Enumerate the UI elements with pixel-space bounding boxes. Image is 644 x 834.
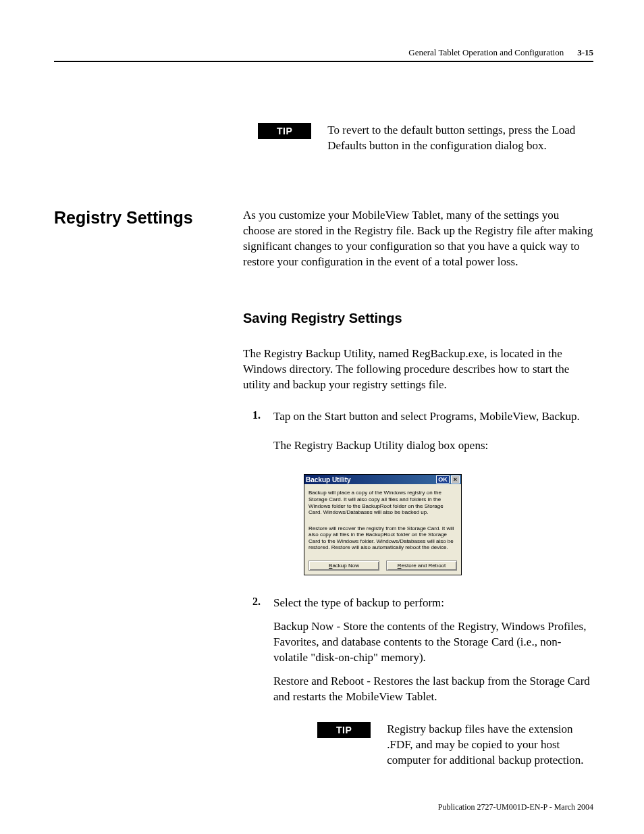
- backup-now-button[interactable]: Backup Now: [308, 561, 379, 571]
- step-option-2: Restore and Reboot - Restores the last b…: [273, 674, 593, 705]
- dialog-paragraph-2: Restore will recover the registry from t…: [308, 525, 457, 551]
- step-number: 1.: [252, 409, 261, 421]
- header-page-number: 3-15: [577, 47, 593, 58]
- step-option-1: Backup Now - Store the contents of the R…: [273, 619, 593, 666]
- dialog-paragraph-1: Backup will place a copy of the Windows …: [308, 490, 457, 515]
- page: General Tablet Operation and Configurati…: [0, 0, 644, 834]
- section-registry-settings: Registry Settings As you customize your …: [54, 208, 593, 782]
- tip-block-1: TIP To revert to the default button sett…: [258, 123, 593, 154]
- subsection-intro: The Registry Backup Utility, named RegBa…: [243, 346, 593, 393]
- restore-and-reboot-button[interactable]: Restore and Reboot: [386, 561, 457, 571]
- tip-badge: TIP: [317, 722, 371, 738]
- dialog-titlebar: Backup Utility OK ×: [304, 475, 461, 484]
- step-text: Select the type of backup to perform:: [273, 596, 593, 611]
- dialog-ok-button[interactable]: OK: [436, 475, 450, 484]
- tip-block-2: TIP Registry backup files have the exten…: [317, 722, 593, 768]
- step-1: 1. Tap on the Start button and select Pr…: [243, 409, 593, 575]
- section-intro: As you customize your MobileView Tablet,…: [243, 208, 593, 270]
- step-after-text: The Registry Backup Utility dialog box o…: [273, 438, 593, 454]
- backup-utility-dialog: Backup Utility OK × Backup will place a …: [304, 474, 462, 575]
- step-number: 2.: [252, 596, 261, 608]
- step-2: 2. Select the type of backup to perform:…: [243, 596, 593, 768]
- tip-text: Registry backup files have the extension…: [387, 722, 593, 768]
- tip-badge: TIP: [258, 123, 311, 139]
- dialog-title-text: Backup Utility: [306, 476, 436, 484]
- page-footer: Publication 2727-UM001D-EN-P - March 200…: [54, 802, 593, 812]
- dialog-screenshot: Backup Utility OK × Backup will place a …: [304, 474, 593, 575]
- dialog-button-row: Backup Now Restore and Reboot: [308, 561, 457, 571]
- section-title: Registry Settings: [54, 208, 230, 228]
- tip-text: To revert to the default button settings…: [327, 123, 593, 154]
- header-chapter: General Tablet Operation and Configurati…: [408, 47, 564, 58]
- subsection-title: Saving Registry Settings: [243, 311, 593, 326]
- close-icon[interactable]: ×: [451, 475, 460, 484]
- page-header: General Tablet Operation and Configurati…: [54, 47, 593, 62]
- procedure-steps: 1. Tap on the Start button and select Pr…: [243, 409, 593, 768]
- step-text: Tap on the Start button and select Progr…: [273, 409, 593, 425]
- dialog-body: Backup will place a copy of the Windows …: [304, 484, 461, 575]
